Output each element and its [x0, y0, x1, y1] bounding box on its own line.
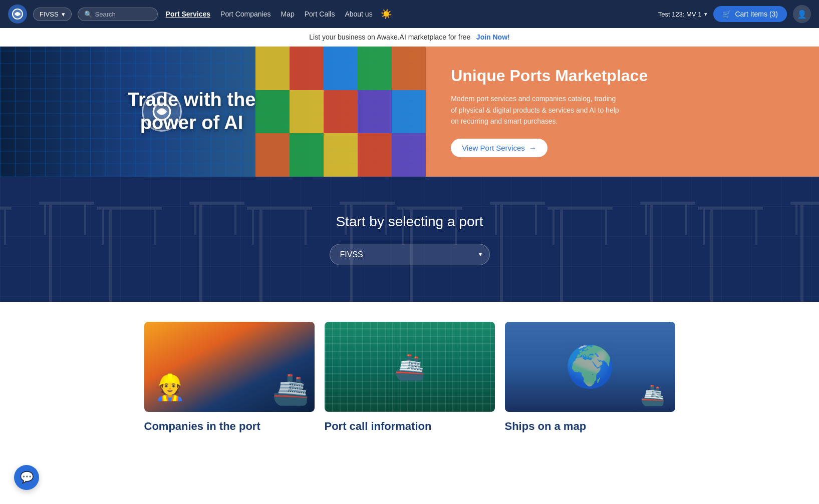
user-info[interactable]: Test 123: MV 1 ▾ [658, 11, 708, 18]
cart-icon: 🛒 [722, 10, 731, 18]
card-port-calls-title: Port call information [325, 420, 495, 433]
search-icon: 🔍 [84, 11, 92, 18]
hero-text: Trade with the power of AI [128, 89, 255, 134]
card-companies[interactable]: Companies in the port [144, 322, 315, 433]
nav-map[interactable]: Map [281, 10, 294, 18]
navbar: FIVSS ▾ 🔍 Port Services Port Companies M… [0, 0, 819, 28]
port-selector-section: Start by selecting a port FIVSS HELSI TU… [0, 177, 819, 302]
cards-section: Companies in the port Port call informat… [0, 302, 819, 453]
hero-right-panel: Unique Ports Marketplace Modern port ser… [426, 47, 819, 177]
crane-background [0, 177, 819, 302]
nav-about[interactable]: About us [345, 10, 372, 18]
card-companies-image-inner [144, 322, 315, 412]
search-bar[interactable]: 🔍 [78, 8, 158, 21]
hero-right-description: Modern port services and companies catal… [451, 93, 621, 127]
nav-links: Port Services Port Companies Map Port Ca… [166, 10, 373, 18]
card-ships-map[interactable]: Ships on a map [505, 322, 675, 433]
search-input[interactable] [95, 11, 151, 18]
port-dropdown-wrapper: FIVSS HELSI TURKU KOTKA ▾ [330, 244, 490, 265]
join-now-link[interactable]: Join Now! [476, 33, 510, 41]
hero-right-title: Unique Ports Marketplace [451, 66, 794, 85]
user-label: Test 123: MV 1 [658, 11, 702, 18]
arrow-icon: → [529, 144, 536, 152]
view-port-services-button[interactable]: View Port Services → [451, 139, 548, 157]
port-selector-title: Start by selecting a port [336, 214, 483, 230]
user-avatar-icon: 👤 [797, 10, 807, 19]
hero-section: Trade with the power of AI Unique Ports … [0, 47, 819, 177]
port-selector-label: FIVSS [40, 11, 59, 18]
hero-containers [255, 47, 426, 177]
card-ships-map-image-inner [505, 322, 675, 412]
card-port-calls-image-inner [325, 322, 495, 412]
card-ships-map-image [505, 322, 675, 412]
card-port-calls[interactable]: Port call information [325, 322, 495, 433]
logo[interactable] [8, 5, 27, 24]
chevron-down-icon: ▾ [704, 11, 707, 18]
port-selector[interactable]: FIVSS ▾ [33, 8, 72, 21]
card-port-calls-image [325, 322, 495, 412]
logo-icon [12, 8, 24, 20]
theme-toggle-icon[interactable]: ☀️ [381, 9, 392, 20]
nav-port-services[interactable]: Port Services [166, 10, 211, 18]
announcement-bar: List your business on Awake.AI marketpla… [0, 28, 819, 47]
card-companies-image [144, 322, 315, 412]
nav-port-companies[interactable]: Port Companies [220, 10, 270, 18]
cart-button[interactable]: 🛒 Cart Items (3) [713, 6, 787, 22]
announcement-text: List your business on Awake.AI marketpla… [309, 33, 470, 41]
hero-headline: Trade with the power of AI [128, 89, 255, 133]
view-port-label: View Port Services [462, 144, 525, 152]
port-dropdown[interactable]: FIVSS HELSI TURKU KOTKA [330, 244, 490, 265]
chevron-down-icon: ▾ [62, 11, 65, 18]
card-companies-title: Companies in the port [144, 420, 315, 433]
hero-image: Trade with the power of AI [0, 47, 426, 177]
card-ships-map-title: Ships on a map [505, 420, 675, 433]
user-avatar[interactable]: 👤 [793, 5, 811, 23]
nav-port-calls[interactable]: Port Calls [305, 10, 335, 18]
cart-label: Cart Items (3) [735, 10, 778, 18]
